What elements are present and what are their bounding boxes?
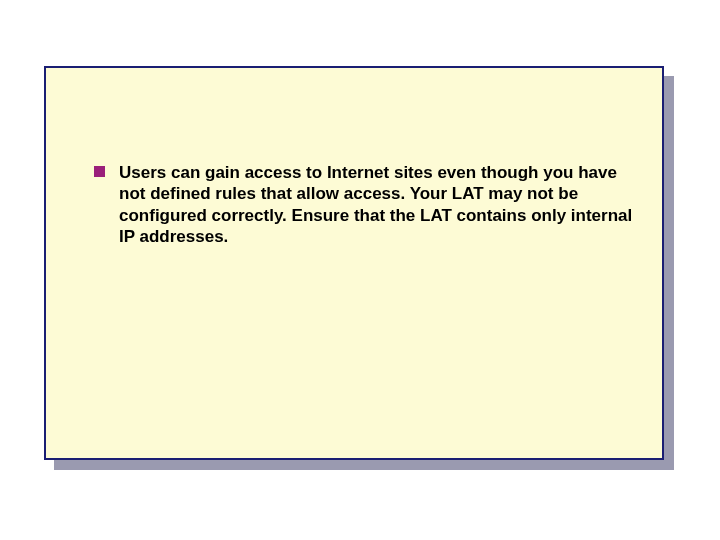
square-bullet-icon	[94, 166, 105, 177]
slide-stage: Users can gain access to Internet sites …	[0, 0, 720, 540]
list-item: Users can gain access to Internet sites …	[94, 162, 634, 247]
content-panel: Users can gain access to Internet sites …	[44, 66, 664, 460]
bullet-text: Users can gain access to Internet sites …	[119, 162, 634, 247]
